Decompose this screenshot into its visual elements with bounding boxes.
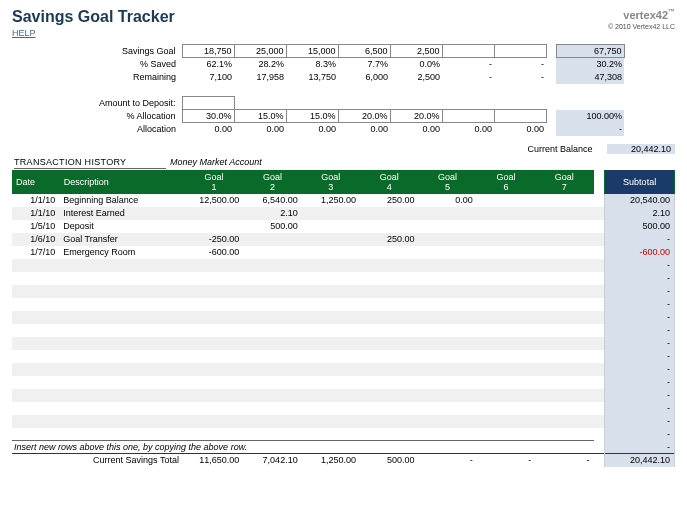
table-row[interactable]: -	[12, 337, 675, 350]
table-row[interactable]: -	[12, 298, 675, 311]
col-desc: Description	[59, 170, 185, 194]
al-3: 0.00	[286, 123, 338, 136]
pa-7[interactable]	[494, 110, 546, 123]
table-row[interactable]: -	[12, 259, 675, 272]
tot-4: 500.00	[360, 454, 418, 467]
page-title: Savings Goal Tracker	[12, 8, 175, 26]
pct-saved-label: % Saved	[12, 58, 182, 71]
brand-logo: vertex42™	[608, 8, 675, 21]
ps-4: 7.7%	[338, 58, 390, 71]
al-2: 0.00	[234, 123, 286, 136]
rm-1: 7,100	[182, 71, 234, 84]
rm-5: 2,500	[390, 71, 442, 84]
col-g4: Goal4	[360, 170, 418, 194]
transaction-table: Date Description Goal1 Goal2 Goal3 Goal4…	[12, 170, 675, 467]
al-7: 0.00	[494, 123, 546, 136]
pa-2[interactable]: 15.0%	[234, 110, 286, 123]
tot-2: 7,042.10	[243, 454, 301, 467]
insert-note: Insert new rows above this one, by copyi…	[12, 441, 594, 454]
sg-1[interactable]: 18,750	[182, 45, 234, 58]
summary-table: Savings Goal 18,750 25,000 15,000 6,500 …	[12, 44, 625, 136]
current-savings-total-label: Current Savings Total	[59, 454, 185, 467]
tot-5: -	[418, 454, 476, 467]
rm-7: -	[494, 71, 546, 84]
rm-4: 6,000	[338, 71, 390, 84]
pa-3[interactable]: 15.0%	[286, 110, 338, 123]
col-g5: Goal5	[418, 170, 476, 194]
col-g1: Goal1	[185, 170, 243, 194]
ps-total: 30.2%	[556, 58, 624, 71]
remaining-label: Remaining	[12, 71, 182, 84]
sg-total: 67,750	[556, 45, 624, 58]
col-g2: Goal2	[243, 170, 301, 194]
table-row[interactable]: -	[12, 402, 675, 415]
ps-6: -	[442, 58, 494, 71]
rm-3: 13,750	[286, 71, 338, 84]
table-row[interactable]: -	[12, 272, 675, 285]
ps-1: 62.1%	[182, 58, 234, 71]
sg-7[interactable]	[494, 45, 546, 58]
rm-total: 47,308	[556, 71, 624, 84]
transaction-history-title: TRANSACTION HISTORY	[14, 157, 166, 169]
pa-1[interactable]: 30.0%	[182, 110, 234, 123]
table-row[interactable]: 1/1/10Beginning Balance12,500.006,540.00…	[12, 194, 675, 207]
table-row[interactable]: -	[12, 285, 675, 298]
tot-3: 1,250.00	[302, 454, 360, 467]
table-row[interactable]: -	[12, 376, 675, 389]
table-row[interactable]: 1/5/10Deposit500.00500.00	[12, 220, 675, 233]
current-balance-label: Current Balance	[527, 144, 604, 154]
copyright: © 2010 Vertex42 LLC	[608, 23, 675, 30]
tot-6: -	[477, 454, 535, 467]
sg-6[interactable]	[442, 45, 494, 58]
col-date: Date	[12, 170, 59, 194]
al-1: 0.00	[182, 123, 234, 136]
pa-4[interactable]: 20.0%	[338, 110, 390, 123]
ps-7: -	[494, 58, 546, 71]
pa-5[interactable]: 20.0%	[390, 110, 442, 123]
amount-deposit-label: Amount to Deposit:	[12, 97, 182, 110]
alloc-label: Allocation	[12, 123, 182, 136]
table-row[interactable]: -	[12, 389, 675, 402]
al-5: 0.00	[390, 123, 442, 136]
sg-3[interactable]: 15,000	[286, 45, 338, 58]
tot-1: 11,650.00	[185, 454, 243, 467]
table-row[interactable]: -	[12, 324, 675, 337]
pa-6[interactable]	[442, 110, 494, 123]
pa-total: 100.00%	[556, 110, 624, 123]
rm-2: 17,958	[234, 71, 286, 84]
current-balance-value: 20,442.10	[607, 144, 675, 154]
al-6: 0.00	[442, 123, 494, 136]
table-row[interactable]: -	[12, 415, 675, 428]
al-4: 0.00	[338, 123, 390, 136]
table-row[interactable]: 1/1/10Interest Earned2.102.10	[12, 207, 675, 220]
sg-2[interactable]: 25,000	[234, 45, 286, 58]
ps-3: 8.3%	[286, 58, 338, 71]
sg-4[interactable]: 6,500	[338, 45, 390, 58]
tot-7: -	[535, 454, 593, 467]
ps-2: 28.2%	[234, 58, 286, 71]
pct-alloc-label: % Allocation	[12, 110, 182, 123]
table-row[interactable]: 1/6/10Goal Transfer-250.00250.00-	[12, 233, 675, 246]
col-g3: Goal3	[302, 170, 360, 194]
history-header-table: TRANSACTION HISTORY Money Market Account	[12, 156, 675, 170]
amount-deposit-input[interactable]	[182, 97, 234, 110]
savings-goal-label: Savings Goal	[12, 45, 182, 58]
al-total: -	[556, 123, 624, 136]
col-subtotal: Subtotal	[605, 170, 675, 194]
table-row[interactable]: -	[12, 428, 675, 441]
table-row[interactable]: -	[12, 363, 675, 376]
table-row[interactable]: -	[12, 350, 675, 363]
col-g7: Goal7	[535, 170, 593, 194]
table-row[interactable]: -	[12, 311, 675, 324]
tot-sub: 20,442.10	[605, 454, 675, 467]
col-g6: Goal6	[477, 170, 535, 194]
help-link[interactable]: HELP	[12, 28, 175, 38]
table-row[interactable]: 1/7/10Emergency Room-600.00-600.00	[12, 246, 675, 259]
account-name: Money Market Account	[170, 157, 601, 168]
sg-5[interactable]: 2,500	[390, 45, 442, 58]
rm-6: -	[442, 71, 494, 84]
ps-5: 0.0%	[390, 58, 442, 71]
